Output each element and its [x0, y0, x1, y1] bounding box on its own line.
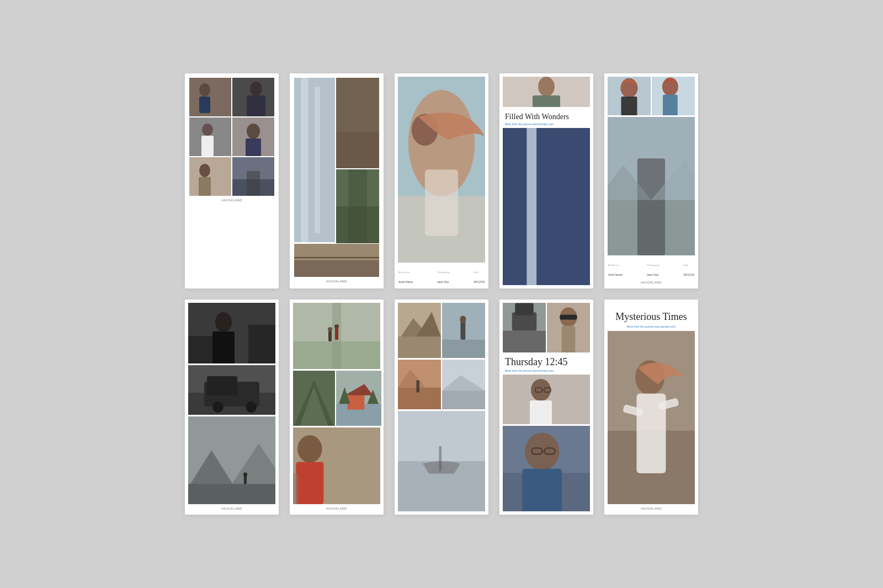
card5-date-value: 06/12/18 — [684, 273, 694, 276]
card-6: #AUCKLAND — [185, 300, 279, 515]
filled-subtitle: More from the journal www.domain.com — [504, 122, 589, 126]
card5-art-label: Art Director — [608, 264, 619, 266]
svg-rect-41 — [536, 128, 590, 285]
photo-redhead-small — [608, 77, 651, 115]
art-director-label: Art Director — [398, 271, 409, 274]
photo-woman-dark — [188, 303, 275, 364]
info-art-director: Art Director Artist Name — [398, 265, 413, 285]
info-photography: Photography Jane Doe — [437, 265, 450, 285]
art-director-value: Artist Name — [398, 280, 413, 284]
photo-woman-landscape — [608, 117, 695, 255]
photo-4 — [232, 117, 274, 156]
card5-info-date: Date 06/12/18 — [684, 258, 694, 278]
svg-rect-57 — [248, 325, 275, 364]
svg-rect-38 — [533, 95, 560, 107]
svg-rect-21 — [294, 78, 335, 242]
photo-hikers — [293, 303, 380, 369]
info-date: Date 06/12/18 — [474, 265, 485, 285]
thursday-title: Thursday 12:45 — [504, 355, 589, 368]
card-7: #AUCKLAND — [290, 300, 384, 515]
svg-rect-47 — [663, 95, 678, 115]
card-9: Thursday 12:45 More from the journal www… — [499, 300, 593, 515]
svg-rect-44 — [621, 97, 637, 115]
date-label: Date — [474, 271, 478, 274]
svg-rect-17 — [247, 171, 260, 196]
svg-rect-82 — [347, 395, 364, 410]
photo-red-jacket — [293, 427, 380, 504]
svg-rect-35 — [425, 170, 458, 236]
card5-date-label: Date — [684, 264, 688, 266]
svg-point-37 — [538, 77, 555, 97]
card-3: Art Director Artist Name Photography Jan… — [395, 73, 488, 288]
photo-rocky-coast — [398, 303, 441, 358]
svg-rect-114 — [560, 315, 577, 320]
svg-rect-95 — [442, 340, 485, 358]
svg-rect-2 — [199, 97, 210, 113]
card-grid: #AUCKLAND — [163, 51, 720, 537]
mysterious-times-title: Mysterious Times — [609, 306, 694, 324]
card5-art-value: Artist Name — [608, 273, 623, 276]
card-8 — [395, 300, 488, 515]
photo-foggy-water — [398, 411, 485, 511]
card2-hashtag: #AUCKLAND — [294, 279, 379, 284]
svg-rect-109 — [503, 331, 546, 352]
photo-woman-profile — [503, 77, 590, 107]
svg-rect-56 — [188, 336, 212, 364]
svg-rect-111 — [515, 303, 533, 315]
card-4: Filled With Wonders More from the journa… — [499, 73, 593, 288]
photo-forest-small — [293, 371, 335, 426]
svg-rect-5 — [247, 95, 265, 116]
svg-rect-67 — [188, 484, 275, 504]
photo-cabin — [336, 371, 381, 426]
photo-beach-person — [442, 303, 485, 358]
photo-woman-sunglasses — [547, 303, 590, 352]
svg-rect-61 — [207, 376, 237, 395]
card-1: #AUCKLAND — [185, 73, 279, 288]
date-value: 06/12/18 — [474, 280, 485, 284]
card-5: Art Director Artist Name Photography Jan… — [604, 73, 698, 288]
svg-point-97 — [460, 316, 466, 323]
photo-6 — [232, 157, 274, 196]
card5-photo-value: Jane Doe — [647, 273, 658, 276]
card6-hashtag: #AUCKLAND — [188, 506, 275, 511]
svg-rect-96 — [460, 321, 465, 339]
svg-rect-55 — [212, 332, 235, 364]
card5-info-photo: Photography Jane Doe — [647, 258, 659, 278]
photo-mountain — [188, 416, 275, 504]
photo-person-car — [503, 303, 546, 352]
card10-hashtag: #AUCKLAND — [608, 506, 695, 511]
svg-rect-103 — [442, 391, 485, 409]
svg-rect-50 — [637, 158, 665, 255]
photo-redhead-blue — [652, 77, 695, 115]
svg-point-54 — [215, 312, 232, 332]
photo-grid — [189, 78, 274, 196]
svg-rect-118 — [530, 400, 552, 424]
card5-hashtag: #AUCKLAND — [608, 280, 695, 285]
card-10: Mysterious Times More from the journal w… — [604, 300, 698, 515]
photography-value: Jane Doe — [437, 280, 449, 284]
svg-point-7 — [202, 124, 213, 136]
thursday-subtitle: More from the journal www.domain.com — [504, 368, 589, 373]
photo-windy-woman — [398, 77, 485, 263]
svg-point-13 — [199, 164, 210, 177]
mysterious-subtitle: More from the journal www.domain.com — [609, 324, 694, 329]
photo-red-rocks — [398, 360, 441, 409]
photo-bridge — [294, 244, 379, 277]
svg-point-62 — [212, 402, 224, 413]
svg-point-87 — [297, 435, 322, 463]
photo-5 — [189, 157, 231, 196]
photo-waterfall — [294, 78, 335, 242]
svg-rect-27 — [348, 169, 367, 243]
photo-2 — [232, 78, 274, 116]
svg-rect-68 — [244, 476, 247, 484]
svg-point-63 — [246, 402, 257, 413]
photo-1 — [189, 78, 231, 116]
photo-jeans — [503, 128, 590, 285]
svg-rect-14 — [199, 177, 211, 196]
card7-hashtag: #AUCKLAND — [293, 506, 380, 511]
photo-3 — [189, 117, 231, 156]
photo-woman-windy-white — [608, 331, 695, 504]
svg-rect-11 — [246, 138, 261, 156]
svg-point-69 — [243, 473, 247, 477]
photo-man-portrait — [503, 375, 590, 424]
